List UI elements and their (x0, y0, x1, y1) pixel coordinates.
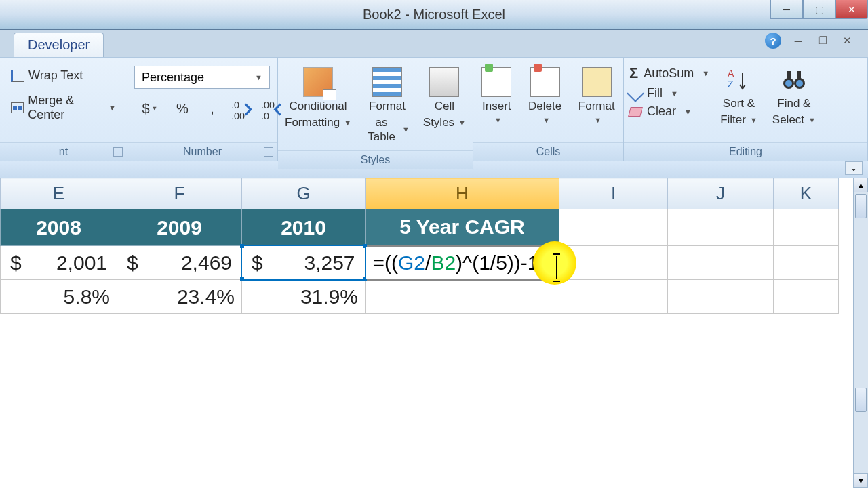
maximize-button[interactable]: ▢ (803, 0, 835, 19)
col-header-J[interactable]: J (668, 178, 774, 209)
col-header-K[interactable]: K (774, 178, 839, 209)
editing-group: Σ AutoSum ▼ Fill ▼ Clear ▼ AZ (624, 58, 868, 161)
chevron-down-icon: ▼ (108, 104, 116, 112)
scroll-up-button[interactable]: ▲ (854, 178, 868, 192)
worksheet-area[interactable]: E F G H I J K 2008 2009 2010 5 Year CAGR… (0, 178, 868, 488)
clear-button[interactable]: Clear ▼ (629, 104, 709, 119)
format-as-table-button[interactable]: Format as Table▼ (361, 64, 414, 146)
cell-F2[interactable]: $ 2,469 (117, 246, 242, 280)
number-group-label: Number (127, 142, 277, 161)
increase-decimal-button[interactable]: .0.00 (229, 96, 255, 121)
ribbon: Wrap Text Merge & Center ▼ nt Percentage… (0, 57, 868, 161)
fill-button[interactable]: Fill ▼ (629, 86, 709, 100)
accounting-format-button[interactable]: $▼ (134, 96, 165, 121)
doc-restore-button[interactable]: ❐ (815, 33, 830, 48)
alignment-group: Wrap Text Merge & Center ▼ nt (0, 58, 127, 161)
editing-group-label: Editing (624, 142, 867, 161)
autosum-button[interactable]: Σ AutoSum ▼ (629, 64, 709, 82)
title-bar: Book2 - Microsoft Excel ─ ▢ ✕ (0, 0, 868, 30)
table-header-row: 2008 2009 2010 5 Year CAGR (1, 209, 839, 246)
cell-I1[interactable] (559, 209, 668, 246)
vertical-scrollbar[interactable]: ▲ ▼ (853, 178, 868, 488)
format-icon (582, 67, 612, 97)
table-row: 5.8% 23.4% 31.9% (1, 280, 839, 314)
cell-I3[interactable] (559, 280, 668, 314)
scroll-thumb[interactable] (855, 194, 867, 218)
cell-H3[interactable] (366, 280, 559, 314)
svg-text:.00: .00 (261, 100, 275, 110)
svg-rect-10 (787, 71, 791, 79)
ribbon-tabs: Developer ? ─ ❐ ✕ (0, 30, 868, 57)
wrap-text-icon (11, 70, 24, 82)
col-header-H[interactable]: H (366, 178, 559, 209)
document-window-controls: ? ─ ❐ ✕ (765, 33, 854, 49)
svg-point-8 (785, 80, 792, 87)
col-header-I[interactable]: I (559, 178, 668, 209)
doc-close-button[interactable]: ✕ (840, 33, 854, 48)
merge-center-label: Merge & Center (28, 94, 102, 122)
cells-group: Insert ▼ Delete ▼ Format ▼ Cells (473, 58, 624, 161)
cell-J3[interactable] (668, 280, 774, 314)
scroll-thumb-secondary[interactable] (855, 388, 867, 412)
window-title: Book2 - Microsoft Excel (363, 7, 505, 22)
format-cells-button[interactable]: Format ▼ (574, 64, 619, 128)
close-button[interactable]: ✕ (835, 0, 868, 19)
eraser-icon (628, 107, 643, 117)
merge-center-button[interactable]: Merge & Center ▼ (4, 89, 123, 126)
delete-icon (530, 67, 560, 97)
format-as-table-icon (372, 67, 402, 97)
wrap-text-label: Wrap Text (28, 68, 83, 83)
sigma-icon: Σ (629, 64, 638, 82)
table-row: $ 2,001 $ 2,469 $ 3,257 =((G2/B2)^(1/5))… (1, 246, 839, 280)
cell-I2[interactable] (559, 246, 668, 280)
cell-E3[interactable]: 5.8% (1, 280, 117, 314)
cell-J2[interactable] (668, 246, 774, 280)
col-header-G[interactable]: G (242, 178, 366, 209)
cell-G3[interactable]: 31.9% (242, 280, 366, 314)
header-2010[interactable]: 2010 (242, 209, 366, 246)
cell-G2[interactable]: $ 3,257 (242, 246, 366, 280)
cell-styles-button[interactable]: Cell Styles▼ (419, 64, 470, 133)
help-button[interactable]: ? (765, 33, 781, 49)
delete-cells-button[interactable]: Delete ▼ (524, 64, 566, 128)
styles-group: Conditional Formatting▼ Format as Table▼… (278, 58, 473, 161)
svg-text:Z: Z (728, 79, 734, 89)
col-header-E[interactable]: E (1, 178, 117, 209)
styles-group-label: Styles (278, 150, 473, 169)
cell-styles-icon (429, 67, 459, 97)
cell-K3[interactable] (774, 280, 839, 314)
alignment-group-label: nt (0, 142, 127, 161)
alignment-dialog-launcher[interactable] (113, 147, 123, 157)
header-cagr[interactable]: 5 Year CAGR (366, 209, 559, 246)
cell-E2[interactable]: $ 2,001 (1, 246, 117, 280)
tab-developer[interactable]: Developer (14, 33, 104, 57)
svg-point-9 (796, 80, 803, 87)
cell-J1[interactable] (668, 209, 774, 246)
conditional-formatting-button[interactable]: Conditional Formatting▼ (281, 64, 355, 133)
cell-K1[interactable] (774, 209, 839, 246)
merge-center-icon (11, 102, 24, 113)
find-select-button[interactable]: Find & Select▼ (768, 64, 820, 130)
percent-format-button[interactable]: % (170, 96, 195, 121)
comma-format-button[interactable]: , (199, 96, 225, 121)
cell-H2-formula-editing[interactable]: =((G2/B2)^(1/5))-1 (366, 246, 559, 280)
sort-filter-button[interactable]: AZ Sort & Filter▼ (716, 64, 762, 130)
header-2008[interactable]: 2008 (1, 209, 117, 246)
spreadsheet-grid[interactable]: E F G H I J K 2008 2009 2010 5 Year CAGR… (0, 178, 839, 314)
cell-K2[interactable] (774, 246, 839, 280)
col-header-F[interactable]: F (117, 178, 242, 209)
minimize-button[interactable]: ─ (770, 0, 803, 19)
insert-cells-button[interactable]: Insert ▼ (477, 64, 515, 128)
cell-F3[interactable]: 23.4% (117, 280, 242, 314)
header-2009[interactable]: 2009 (117, 209, 242, 246)
scroll-down-button[interactable]: ▼ (854, 473, 868, 488)
number-dialog-launcher[interactable] (264, 147, 273, 157)
svg-text:.0: .0 (261, 110, 269, 121)
svg-rect-11 (797, 71, 801, 79)
ribbon-collapse-button[interactable]: ⌄ (845, 161, 863, 175)
doc-minimize-button[interactable]: ─ (791, 33, 806, 48)
number-format-value: Percentage (142, 70, 204, 85)
wrap-text-button[interactable]: Wrap Text (4, 64, 90, 87)
column-headers[interactable]: E F G H I J K (1, 178, 839, 209)
number-format-dropdown[interactable]: Percentage ▼ (134, 66, 270, 89)
